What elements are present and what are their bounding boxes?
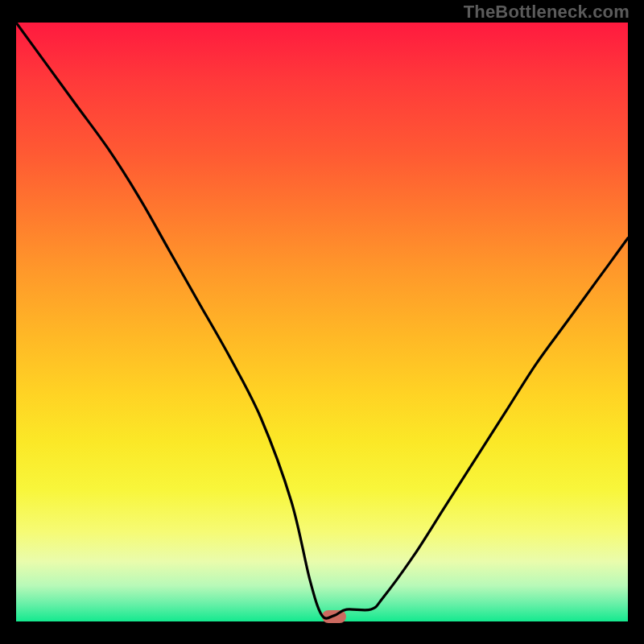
chart-frame: TheBottleneck.com xyxy=(0,0,644,644)
curve-line xyxy=(16,23,628,618)
plot-area xyxy=(16,23,628,621)
bottleneck-curve xyxy=(16,23,628,621)
attribution-text: TheBottleneck.com xyxy=(464,2,630,23)
